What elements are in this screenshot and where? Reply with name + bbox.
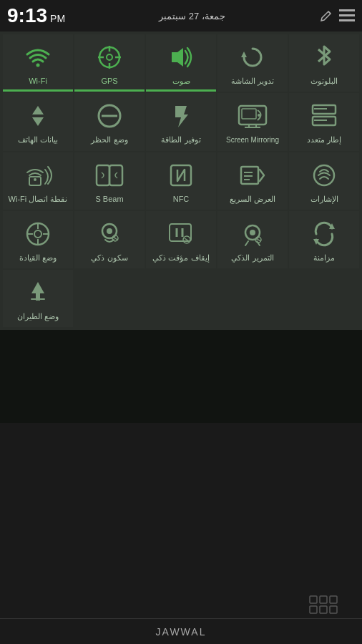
sound-icon	[165, 42, 197, 73]
smartscroll-icon	[237, 218, 268, 250]
svg-rect-59	[320, 606, 327, 613]
qs-row-1: Wi-Fi GPS	[3, 34, 359, 92]
main-content	[0, 330, 362, 423]
smartscroll-label: التمرير الذكي	[231, 253, 273, 263]
qs-nfc[interactable]: NFC	[146, 152, 216, 210]
multiwindow-label: إطار متعدد	[307, 135, 341, 145]
sbeam-icon	[94, 160, 125, 191]
status-icons	[319, 9, 355, 23]
svg-rect-58	[310, 606, 317, 613]
qs-gestures[interactable]: الإشارات	[289, 152, 359, 210]
gps-label: GPS	[101, 76, 117, 86]
gps-icon	[94, 42, 125, 73]
svg-point-35	[34, 230, 41, 238]
quickview-label: العرض السريع	[230, 194, 275, 204]
wifi-label: Wi-Fi	[29, 76, 47, 86]
rotate-icon	[237, 42, 268, 73]
svg-rect-55	[310, 596, 317, 603]
svg-rect-44	[170, 224, 191, 241]
bluetooth-icon	[308, 42, 340, 73]
qs-screenmirror[interactable]: Screen Mirroring	[217, 93, 288, 150]
multiwindow-icon	[308, 100, 340, 132]
gps-active-bar	[74, 89, 145, 92]
bluetooth-label: البلوتوث	[310, 76, 338, 86]
qs-gps[interactable]: GPS	[74, 34, 145, 92]
wifi-icon	[22, 42, 54, 73]
qs-powersave[interactable]: توفير الطاقة	[146, 93, 216, 150]
svg-marker-13	[32, 117, 44, 126]
powersave-icon	[165, 100, 197, 132]
driving-icon	[22, 218, 54, 250]
wifihotspot-label: نقطة اتصال Wi-Fi	[9, 194, 68, 204]
driving-label: وضع القيادة	[19, 253, 57, 263]
svg-marker-12	[32, 106, 44, 114]
qs-airplane[interactable]: وضع الطيران	[3, 270, 73, 327]
qs-blocking[interactable]: وضع الحظر	[74, 93, 145, 150]
blocking-label: وضع الحظر	[91, 135, 127, 145]
status-bar: 9:13 PM جمعة، 27 سبتمبر	[0, 0, 362, 31]
svg-rect-57	[330, 596, 337, 603]
airplane-icon	[22, 277, 54, 308]
svg-rect-56	[320, 596, 327, 603]
menu-icon	[339, 9, 355, 22]
wifi-active-bar	[3, 89, 73, 92]
svg-point-5	[107, 54, 112, 60]
smartstay-icon	[94, 218, 125, 250]
bottom-bar: JAWWAL	[0, 618, 362, 644]
qs-rotate[interactable]: تدوير الشاشة	[217, 34, 288, 92]
qs-quickview[interactable]: العرض السريع	[217, 152, 288, 210]
qs-mobiledata[interactable]: بيانات الهاتف	[3, 93, 73, 150]
svg-point-25	[34, 178, 36, 181]
svg-rect-0	[339, 9, 355, 11]
svg-point-50	[250, 230, 255, 235]
blocking-icon	[94, 100, 125, 132]
sbeam-label: S Beam	[95, 194, 123, 204]
svg-marker-11	[241, 52, 247, 57]
mobiledata-icon	[22, 100, 54, 132]
qs-multiwindow[interactable]: إطار متعدد	[289, 93, 359, 150]
qs-smartstay[interactable]: سكون ذكي	[74, 211, 145, 268]
carrier-name: JAWWAL	[156, 626, 207, 638]
qs-sync[interactable]: مزامنة	[289, 211, 359, 268]
sync-icon	[308, 218, 340, 250]
smartpause-icon	[165, 218, 197, 250]
rotate-label: تدوير الشاشة	[231, 76, 274, 86]
smartpause-label: إيقاف مؤقت ذكي	[152, 253, 209, 263]
qs-smartpause[interactable]: إيقاف مؤقت ذكي	[146, 211, 216, 268]
mobiledata-label: بيانات الهاتف	[18, 135, 58, 145]
powersave-label: توفير الطاقة	[161, 135, 200, 145]
sound-label: صوت	[172, 76, 190, 86]
svg-marker-10	[172, 48, 183, 67]
sound-active-bar	[146, 89, 216, 92]
screenmirror-label: Screen Mirroring	[226, 135, 279, 145]
qs-row-3: نقطة اتصال Wi-Fi S Beam NF	[3, 152, 359, 210]
svg-rect-26	[97, 165, 109, 185]
quickview-icon	[237, 160, 268, 191]
qs-sbeam[interactable]: S Beam	[74, 152, 145, 210]
svg-point-18	[258, 114, 260, 117]
wifihotspot-icon	[22, 160, 54, 191]
svg-point-3	[36, 64, 40, 67]
svg-rect-17	[242, 109, 256, 119]
qs-wifihotspot[interactable]: نقطة اتصال Wi-Fi	[3, 152, 73, 210]
nfc-label: NFC	[173, 194, 190, 204]
time-display: 9:13	[7, 4, 47, 27]
svg-rect-1	[339, 14, 355, 16]
bottom-logo-area	[290, 592, 362, 618]
smartstay-label: سكون ذكي	[91, 253, 127, 263]
edit-icon	[319, 9, 333, 23]
gestures-label: الإشارات	[310, 194, 338, 204]
qs-sound[interactable]: صوت	[146, 34, 216, 92]
time-block: 9:13 PM	[7, 4, 65, 27]
qs-bluetooth[interactable]: البلوتوث	[289, 34, 359, 92]
qs-wifi[interactable]: Wi-Fi	[3, 34, 73, 92]
airplane-label: وضع الطيران	[17, 311, 59, 321]
sync-label: مزامنة	[313, 253, 335, 263]
screenmirror-icon	[237, 101, 268, 132]
gestures-icon	[308, 160, 340, 191]
qs-driving[interactable]: وضع القيادة	[3, 211, 73, 268]
qs-smartscroll[interactable]: التمرير الذكي	[217, 211, 288, 268]
qs-row-4: وضع القيادة سكون ذكي	[3, 211, 359, 268]
qs-row-2: بيانات الهاتف وضع الحظر توفير الطاقة	[3, 93, 359, 150]
nfc-icon	[165, 160, 197, 191]
